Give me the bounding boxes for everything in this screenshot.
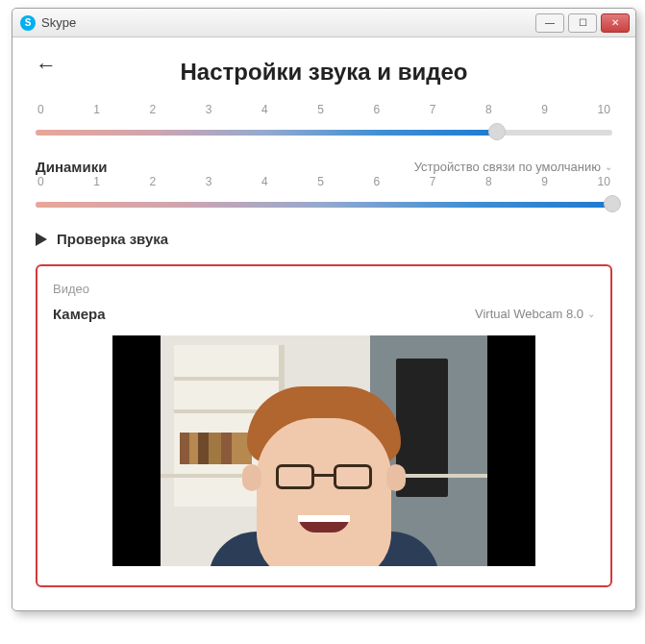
minimize-button[interactable]: — xyxy=(535,13,564,33)
sound-test-button[interactable]: Проверка звука xyxy=(36,231,612,247)
mic-ticks: 0 1 2 3 4 5 6 7 8 9 10 xyxy=(36,103,612,116)
play-icon xyxy=(36,233,47,246)
speaker-slider[interactable] xyxy=(36,194,612,213)
close-button[interactable]: ✕ xyxy=(601,13,630,33)
camera-label: Камера xyxy=(53,306,106,322)
maximize-button[interactable]: ☐ xyxy=(568,13,597,33)
skype-icon: S xyxy=(20,15,36,31)
speakers-label: Динамики xyxy=(36,159,107,175)
content-area: ← Настройки звука и видео 0 1 2 3 4 5 6 … xyxy=(12,37,635,610)
titlebar-text: Skype xyxy=(41,15,76,30)
video-panel: Видео Камера Virtual Webcam 8.0 ⌄ xyxy=(36,264,612,587)
speakers-device-dropdown[interactable]: Устройство связи по умолчанию ⌄ xyxy=(414,160,612,174)
microphone-slider-thumb[interactable] xyxy=(488,123,506,140)
camera-feed xyxy=(161,335,487,566)
speaker-ticks: 0 1 2 3 4 5 6 7 8 9 10 xyxy=(36,175,612,188)
speaker-slider-thumb[interactable] xyxy=(604,195,621,212)
microphone-slider[interactable] xyxy=(36,122,612,141)
window-buttons: — ☐ ✕ xyxy=(535,13,635,33)
camera-device-dropdown[interactable]: Virtual Webcam 8.0 ⌄ xyxy=(475,307,595,321)
video-section-label: Видео xyxy=(53,282,595,296)
camera-preview xyxy=(112,335,535,566)
speakers-row: Динамики Устройство связи по умолчанию ⌄ xyxy=(36,159,612,175)
chevron-down-icon: ⌄ xyxy=(605,161,612,172)
chevron-down-icon: ⌄ xyxy=(587,309,595,319)
app-window: S Skype — ☐ ✕ ← Настройки звука и видео … xyxy=(12,8,636,611)
titlebar: S Skype — ☐ ✕ xyxy=(12,9,635,37)
page-title: Настройки звука и видео xyxy=(36,59,612,86)
